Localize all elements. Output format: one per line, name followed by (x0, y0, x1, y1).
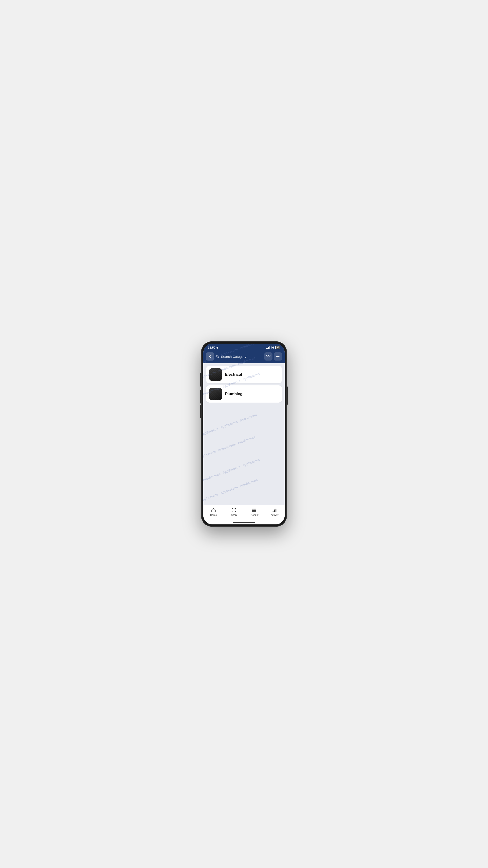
status-icons: 4G 36 (266, 346, 280, 349)
svg-rect-16 (274, 509, 275, 512)
search-bar[interactable]: Search Category (216, 355, 263, 359)
back-button[interactable] (206, 352, 214, 361)
home-icon (211, 508, 216, 513)
header-row: Search Category (206, 352, 282, 361)
add-icon (276, 354, 280, 359)
activity-icon (272, 508, 277, 513)
svg-rect-12 (253, 509, 253, 512)
phone-screen: AppScreens AppScreens AppScreens AppScre… (203, 344, 285, 524)
nav-item-product[interactable]: Product (244, 507, 264, 517)
category-thumb-plumbing (209, 388, 222, 400)
svg-rect-15 (273, 510, 273, 512)
category-thumb-electrical (209, 368, 222, 381)
nav-item-home[interactable]: Home (203, 507, 224, 517)
signal-bars (266, 346, 269, 349)
scan-icon (231, 508, 236, 513)
category-card-electrical[interactable]: Electrical (206, 366, 282, 383)
status-time: 11:50 (208, 346, 219, 349)
nav-label-activity: Activity (271, 514, 279, 516)
network-label: 4G (271, 346, 274, 349)
nav-item-scan[interactable]: Scan (224, 507, 244, 517)
search-icon (216, 355, 219, 358)
back-arrow-icon (208, 355, 212, 358)
list-view-icon (266, 354, 270, 359)
nav-label-product: Product (250, 514, 258, 516)
svg-rect-13 (254, 509, 254, 512)
category-name-plumbing: Plumbing (225, 392, 242, 396)
svg-rect-17 (275, 508, 276, 512)
svg-rect-14 (255, 509, 255, 512)
app-header: Search Category (203, 350, 285, 363)
location-icon (216, 346, 219, 349)
svg-line-1 (218, 357, 219, 358)
product-icon (252, 508, 257, 513)
nav-label-scan: Scan (231, 514, 236, 516)
category-card-plumbing[interactable]: Plumbing (206, 385, 282, 403)
main-content: Electrical Plumbing (203, 363, 285, 505)
list-view-button[interactable] (264, 352, 272, 361)
search-placeholder: Search Category (221, 355, 247, 359)
svg-rect-2 (267, 355, 268, 356)
svg-rect-3 (269, 355, 270, 356)
nav-label-home: Home (210, 514, 217, 516)
home-bar (233, 522, 255, 523)
bottom-nav: Home Scan (203, 505, 285, 520)
header-actions (264, 352, 282, 361)
home-gesture-area (203, 520, 285, 524)
add-button[interactable] (274, 352, 282, 361)
phone-device: AppScreens AppScreens AppScreens AppScre… (201, 341, 287, 527)
category-name-electrical: Electrical (225, 372, 242, 377)
nav-item-activity[interactable]: Activity (264, 507, 285, 517)
status-bar: 11:50 4G 36 (203, 344, 285, 350)
battery-badge: 36 (275, 346, 280, 349)
